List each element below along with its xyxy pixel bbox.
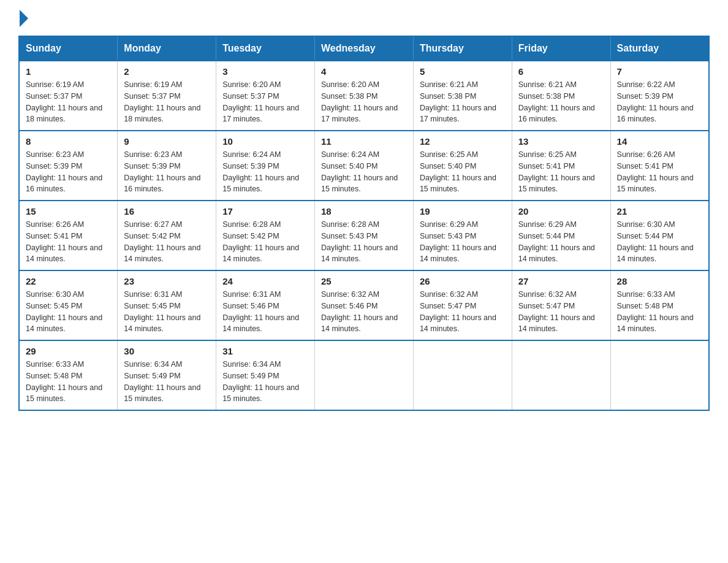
day-info: Sunrise: 6:31 AMSunset: 5:46 PMDaylight:… bbox=[222, 289, 308, 335]
day-number: 9 bbox=[124, 136, 210, 147]
day-number: 15 bbox=[26, 206, 111, 216]
day-info: Sunrise: 6:20 AMSunset: 5:37 PMDaylight:… bbox=[222, 79, 308, 125]
calendar-day-cell: 7 Sunrise: 6:22 AMSunset: 5:39 PMDayligh… bbox=[610, 61, 709, 131]
day-info: Sunrise: 6:34 AMSunset: 5:49 PMDaylight:… bbox=[222, 359, 308, 405]
calendar-day-cell: 31 Sunrise: 6:34 AMSunset: 5:49 PMDaylig… bbox=[216, 340, 315, 410]
weekday-header-row: SundayMondayTuesdayWednesdayThursdayFrid… bbox=[19, 36, 709, 61]
day-number: 26 bbox=[420, 276, 506, 286]
day-info: Sunrise: 6:19 AMSunset: 5:37 PMDaylight:… bbox=[26, 79, 111, 125]
day-number: 10 bbox=[222, 136, 308, 147]
calendar-week-row: 8 Sunrise: 6:23 AMSunset: 5:39 PMDayligh… bbox=[19, 131, 709, 201]
day-number: 11 bbox=[321, 136, 407, 147]
day-number: 19 bbox=[420, 206, 506, 216]
day-number: 22 bbox=[26, 276, 111, 286]
day-info: Sunrise: 6:33 AMSunset: 5:48 PMDaylight:… bbox=[617, 289, 702, 335]
calendar-day-cell: 24 Sunrise: 6:31 AMSunset: 5:46 PMDaylig… bbox=[216, 270, 315, 340]
day-number: 24 bbox=[222, 276, 308, 286]
day-info: Sunrise: 6:27 AMSunset: 5:42 PMDaylight:… bbox=[124, 219, 210, 265]
day-info: Sunrise: 6:22 AMSunset: 5:39 PMDaylight:… bbox=[617, 79, 702, 125]
day-info: Sunrise: 6:30 AMSunset: 5:45 PMDaylight:… bbox=[26, 289, 111, 335]
day-number: 1 bbox=[26, 66, 111, 77]
calendar-day-cell bbox=[413, 340, 512, 410]
day-info: Sunrise: 6:21 AMSunset: 5:38 PMDaylight:… bbox=[420, 79, 506, 125]
calendar-day-cell: 18 Sunrise: 6:28 AMSunset: 5:43 PMDaylig… bbox=[315, 201, 414, 270]
day-info: Sunrise: 6:23 AMSunset: 5:39 PMDaylight:… bbox=[26, 149, 111, 195]
weekday-header-sunday: Sunday bbox=[19, 36, 118, 61]
day-number: 6 bbox=[518, 66, 604, 77]
day-number: 25 bbox=[321, 276, 407, 286]
calendar-day-cell: 20 Sunrise: 6:29 AMSunset: 5:44 PMDaylig… bbox=[512, 201, 610, 270]
day-number: 31 bbox=[222, 346, 308, 356]
calendar-day-cell bbox=[315, 340, 414, 410]
calendar-day-cell bbox=[512, 340, 610, 410]
day-number: 28 bbox=[617, 276, 702, 286]
day-number: 17 bbox=[222, 206, 308, 216]
day-info: Sunrise: 6:24 AMSunset: 5:40 PMDaylight:… bbox=[321, 149, 407, 195]
day-number: 27 bbox=[518, 276, 604, 286]
day-number: 23 bbox=[124, 276, 210, 286]
calendar-day-cell: 3 Sunrise: 6:20 AMSunset: 5:37 PMDayligh… bbox=[216, 61, 315, 131]
calendar-day-cell: 8 Sunrise: 6:23 AMSunset: 5:39 PMDayligh… bbox=[19, 131, 118, 201]
day-number: 2 bbox=[124, 66, 210, 77]
weekday-header-monday: Monday bbox=[118, 36, 216, 61]
day-info: Sunrise: 6:21 AMSunset: 5:38 PMDaylight:… bbox=[518, 79, 604, 125]
calendar-header: SundayMondayTuesdayWednesdayThursdayFrid… bbox=[19, 36, 709, 61]
day-number: 7 bbox=[617, 66, 702, 77]
calendar-day-cell: 11 Sunrise: 6:24 AMSunset: 5:40 PMDaylig… bbox=[315, 131, 414, 201]
day-number: 3 bbox=[222, 66, 308, 77]
calendar-day-cell: 1 Sunrise: 6:19 AMSunset: 5:37 PMDayligh… bbox=[19, 61, 118, 131]
day-info: Sunrise: 6:32 AMSunset: 5:46 PMDaylight:… bbox=[321, 289, 407, 335]
day-info: Sunrise: 6:25 AMSunset: 5:40 PMDaylight:… bbox=[420, 149, 506, 195]
calendar-day-cell: 30 Sunrise: 6:34 AMSunset: 5:49 PMDaylig… bbox=[118, 340, 216, 410]
weekday-header-tuesday: Tuesday bbox=[216, 36, 315, 61]
calendar-day-cell: 16 Sunrise: 6:27 AMSunset: 5:42 PMDaylig… bbox=[118, 201, 216, 270]
calendar-body: 1 Sunrise: 6:19 AMSunset: 5:37 PMDayligh… bbox=[19, 61, 709, 410]
day-info: Sunrise: 6:32 AMSunset: 5:47 PMDaylight:… bbox=[518, 289, 604, 335]
day-info: Sunrise: 6:32 AMSunset: 5:47 PMDaylight:… bbox=[420, 289, 506, 335]
calendar-day-cell: 29 Sunrise: 6:33 AMSunset: 5:48 PMDaylig… bbox=[19, 340, 118, 410]
calendar-day-cell: 22 Sunrise: 6:30 AMSunset: 5:45 PMDaylig… bbox=[19, 270, 118, 340]
day-info: Sunrise: 6:33 AMSunset: 5:48 PMDaylight:… bbox=[26, 359, 111, 405]
calendar-day-cell: 25 Sunrise: 6:32 AMSunset: 5:46 PMDaylig… bbox=[315, 270, 414, 340]
calendar-day-cell: 2 Sunrise: 6:19 AMSunset: 5:37 PMDayligh… bbox=[118, 61, 216, 131]
calendar-week-row: 22 Sunrise: 6:30 AMSunset: 5:45 PMDaylig… bbox=[19, 270, 709, 340]
calendar-day-cell: 21 Sunrise: 6:30 AMSunset: 5:44 PMDaylig… bbox=[610, 201, 709, 270]
logo-arrow-icon bbox=[20, 10, 28, 27]
day-number: 8 bbox=[26, 136, 111, 147]
day-number: 29 bbox=[26, 346, 111, 356]
calendar-week-row: 15 Sunrise: 6:26 AMSunset: 5:41 PMDaylig… bbox=[19, 201, 709, 270]
day-info: Sunrise: 6:26 AMSunset: 5:41 PMDaylight:… bbox=[617, 149, 702, 195]
calendar-day-cell bbox=[610, 340, 709, 410]
calendar-day-cell: 26 Sunrise: 6:32 AMSunset: 5:47 PMDaylig… bbox=[413, 270, 512, 340]
day-info: Sunrise: 6:29 AMSunset: 5:44 PMDaylight:… bbox=[518, 219, 604, 265]
day-number: 30 bbox=[124, 346, 210, 356]
day-info: Sunrise: 6:34 AMSunset: 5:49 PMDaylight:… bbox=[124, 359, 210, 405]
day-info: Sunrise: 6:29 AMSunset: 5:43 PMDaylight:… bbox=[420, 219, 506, 265]
day-info: Sunrise: 6:30 AMSunset: 5:44 PMDaylight:… bbox=[617, 219, 702, 265]
day-info: Sunrise: 6:23 AMSunset: 5:39 PMDaylight:… bbox=[124, 149, 210, 195]
day-info: Sunrise: 6:24 AMSunset: 5:39 PMDaylight:… bbox=[222, 149, 308, 195]
calendar-week-row: 1 Sunrise: 6:19 AMSunset: 5:37 PMDayligh… bbox=[19, 61, 709, 131]
day-info: Sunrise: 6:19 AMSunset: 5:37 PMDaylight:… bbox=[124, 79, 210, 125]
weekday-header-thursday: Thursday bbox=[413, 36, 512, 61]
calendar-day-cell: 19 Sunrise: 6:29 AMSunset: 5:43 PMDaylig… bbox=[413, 201, 512, 270]
calendar-day-cell: 6 Sunrise: 6:21 AMSunset: 5:38 PMDayligh… bbox=[512, 61, 610, 131]
weekday-header-wednesday: Wednesday bbox=[315, 36, 414, 61]
calendar-day-cell: 28 Sunrise: 6:33 AMSunset: 5:48 PMDaylig… bbox=[610, 270, 709, 340]
calendar-week-row: 29 Sunrise: 6:33 AMSunset: 5:48 PMDaylig… bbox=[19, 340, 709, 410]
day-number: 21 bbox=[617, 206, 702, 216]
day-number: 4 bbox=[321, 66, 407, 77]
calendar-day-cell: 10 Sunrise: 6:24 AMSunset: 5:39 PMDaylig… bbox=[216, 131, 315, 201]
calendar-day-cell: 27 Sunrise: 6:32 AMSunset: 5:47 PMDaylig… bbox=[512, 270, 610, 340]
day-info: Sunrise: 6:31 AMSunset: 5:45 PMDaylight:… bbox=[124, 289, 210, 335]
day-number: 5 bbox=[420, 66, 506, 77]
calendar-day-cell: 5 Sunrise: 6:21 AMSunset: 5:38 PMDayligh… bbox=[413, 61, 512, 131]
day-number: 12 bbox=[420, 136, 506, 147]
calendar-day-cell: 23 Sunrise: 6:31 AMSunset: 5:45 PMDaylig… bbox=[118, 270, 216, 340]
calendar-day-cell: 12 Sunrise: 6:25 AMSunset: 5:40 PMDaylig… bbox=[413, 131, 512, 201]
day-number: 16 bbox=[124, 206, 210, 216]
day-info: Sunrise: 6:28 AMSunset: 5:43 PMDaylight:… bbox=[321, 219, 407, 265]
calendar-day-cell: 9 Sunrise: 6:23 AMSunset: 5:39 PMDayligh… bbox=[118, 131, 216, 201]
day-info: Sunrise: 6:26 AMSunset: 5:41 PMDaylight:… bbox=[26, 219, 111, 265]
day-info: Sunrise: 6:25 AMSunset: 5:41 PMDaylight:… bbox=[518, 149, 604, 195]
